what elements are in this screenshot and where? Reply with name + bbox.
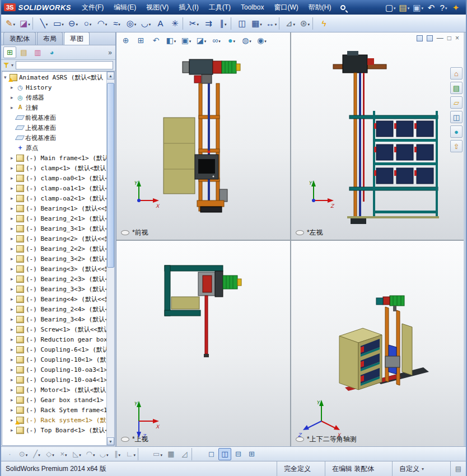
dropdown-arrow-icon[interactable] [233,36,235,44]
viewport-front[interactable]: Y X *前视 [116,32,290,240]
status-note-icon[interactable]: ▤ [450,461,466,476]
tangent-snap-button[interactable]: ◡ [97,448,110,460]
tree-item[interactable]: ▸ (-) Bearing<1> (默认<<默 [2,203,106,213]
scrollbar-thumb[interactable] [107,83,114,268]
tree-item[interactable]: ▸ (-) Gear box stand<1> (默 [2,395,106,405]
search-icon[interactable] [336,2,349,13]
design-library-tab[interactable]: ▤ [450,82,463,94]
file-explorer-tab[interactable]: ▱ [450,96,463,109]
dropdown-arrow-icon[interactable] [189,36,192,44]
displaymanager-tab[interactable]: ◕ [45,46,58,58]
close-button[interactable]: × [455,35,459,41]
model-geometry[interactable] [333,51,439,224]
slot-button[interactable]: ⊖ [66,16,80,31]
dropdown-arrow-icon[interactable] [264,36,267,44]
dropdown-arrow-icon[interactable] [38,450,40,458]
expander-icon[interactable]: ▸ [11,216,16,221]
tree-item[interactable]: ▸ (-) Coupling-10-oa3<1> ( [2,365,106,375]
dropdown-arrow-icon[interactable] [218,36,221,44]
view-orientation-button[interactable]: ▣ [179,34,193,46]
viewport-left[interactable]: Y Z *左视 [291,32,464,240]
expander-icon[interactable]: ▸ [11,256,16,262]
model-left-view[interactable]: Y Z [291,32,464,240]
zoom-area-button[interactable]: ⊞ [134,34,148,46]
tab-sketch[interactable]: 草图 [64,32,90,45]
window-arrange-icon[interactable] [427,35,433,41]
custom-properties-tab[interactable]: ⇧ [450,140,463,152]
ellipse-button[interactable]: ◎ [124,16,138,31]
menu-help[interactable]: 帮助(H) [303,0,337,15]
tree-item[interactable]: ▸ (-) Main frame<1> (默认< [2,153,106,163]
four-view-button[interactable]: ◫ [218,448,231,460]
menu-view[interactable]: 视图(V) [141,0,174,15]
featuremanager-tree-tab[interactable]: ⊞ [3,46,16,58]
expander-icon[interactable]: ▸ [11,367,16,372]
more-tabs-chevron[interactable]: » [108,49,113,57]
smart-dimension-button[interactable]: ✎ [3,16,17,31]
arc-button[interactable]: ◠ [95,16,109,31]
dropdown-arrow-icon[interactable] [76,20,78,27]
tree-item[interactable]: ▸ (-) Coupling-6<1> (默认< [2,344,106,354]
tree-item[interactable]: ▸ (-) Bearing_3<4> (默认< [2,314,106,324]
point-button[interactable]: ✳ [168,16,182,31]
scroll-down-arrow[interactable]: ▼ [107,437,114,445]
two-view-vertical-button[interactable]: ⊞ [245,448,258,460]
tree-item[interactable]: ▸ (-) Bearing_2<1> (默认< [2,213,106,223]
dropdown-arrow-icon[interactable] [293,20,296,27]
mirror-entities-button[interactable]: ◫ [235,16,249,31]
linear-pattern-button[interactable]: ▦ [250,16,264,31]
viewport-top[interactable]: Y X Z *上视 [116,241,290,446]
tree-item[interactable]: 上视基准面 [2,123,106,133]
tree-scrollbar[interactable]: ▲ ▼ [106,72,114,445]
tree-item[interactable]: ▸ (-) Rack system<1> (默认 [2,415,106,425]
new-document-button[interactable]: ▢ [384,2,397,13]
tree-item[interactable]: ▸ (-) Bearing_3<3> (默认< [2,284,106,294]
view-settings-button[interactable]: ◉ [255,34,269,46]
graphics-area[interactable]: Y X *前视 [116,32,464,446]
expander-icon[interactable]: ▸ [11,296,16,302]
section-view-button[interactable]: ◧ [164,34,178,46]
trim-entities-button[interactable]: ✂ [187,16,201,31]
tree-item[interactable]: ▸ (-) Coupling-10-oa4<1> ( [2,375,106,385]
sketch-button[interactable]: ◪ [18,16,32,31]
model-geometry[interactable] [165,265,241,357]
expander-icon[interactable]: ▸ [11,206,16,211]
tree-item[interactable]: ▸ (-) Bearing_3<2> (默认< [2,254,106,264]
spline-button[interactable]: ≈ [110,16,124,31]
expander-icon[interactable]: ▸ [11,407,16,413]
propertymanager-tab[interactable]: ▤ [17,46,30,58]
polygon-snap-button[interactable]: ◇ [44,448,57,460]
expander-icon[interactable]: ▸ [11,165,16,171]
viewport-isometric[interactable]: Y X Z *上下二等角轴测 [291,241,464,446]
dropdown-arrow-icon[interactable] [174,36,176,44]
dropdown-arrow-icon[interactable] [149,20,151,27]
display-style-button[interactable]: ◪ [194,34,208,46]
tab-assembly[interactable]: 装配体 [3,32,36,45]
instant3d-button[interactable]: ϟ [317,16,331,31]
tree-item[interactable]: ▸ (-) clamp<1> (默认<默认 [2,163,106,173]
tree-item[interactable]: ▸ (-) Bearing_2<2> (默认< [2,244,106,254]
tree-item[interactable]: ▸ History [2,82,106,92]
expander-icon[interactable]: ▸ [11,347,16,352]
arc-snap-button[interactable]: ◠ [84,448,97,460]
dropdown-arrow-icon[interactable] [28,20,30,27]
expander-icon[interactable]: ▸ [11,306,16,312]
tree-item[interactable]: 前视基准面 [2,113,106,123]
appearances-tab[interactable]: ● [450,125,463,138]
solidworks-resources-tab[interactable]: ⌂ [450,67,463,80]
hide-show-items-button[interactable]: ∞ [209,34,223,46]
dropdown-arrow-icon[interactable] [394,3,396,11]
expander-icon[interactable]: ▸ [11,226,16,231]
tree-item[interactable]: ▸ (-) clamp-oa1<1> (默认< [2,183,106,193]
tree-item[interactable]: ▾ Animated ASRS (默认<默认 [2,72,106,82]
expander-icon[interactable]: ▸ [11,357,16,362]
expander-icon[interactable]: ▸ [11,185,16,191]
scrollbar-track[interactable] [107,80,114,437]
dropdown-arrow-icon[interactable] [197,20,199,27]
dropdown-arrow-icon[interactable] [13,20,16,27]
dropdown-arrow-icon[interactable] [421,3,423,11]
tree-item[interactable]: ▸ (-) clamp-oa0<1> (默认< [2,173,106,183]
tree-item[interactable]: ▸ (-) clamp-oa2<1> (默认< [2,193,106,203]
expander-icon[interactable]: ▸ [11,155,16,161]
model-front-view[interactable]: Y X [116,32,290,240]
